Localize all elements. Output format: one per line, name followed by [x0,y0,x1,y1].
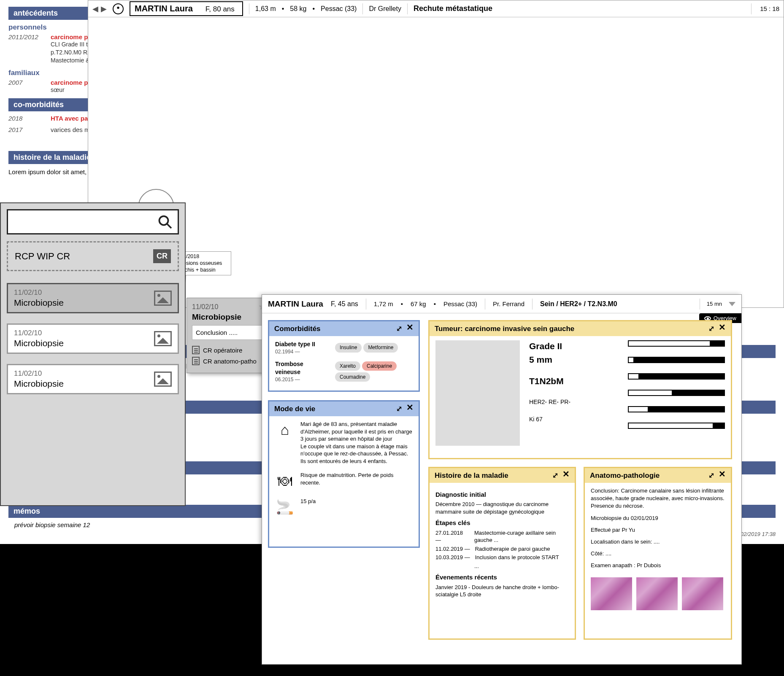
avatar-icon[interactable] [113,3,124,14]
ante-pers-date: 2011/2012 [8,33,43,65]
document-icon [192,346,200,354]
progress-bar [628,423,725,429]
expand-icon[interactable]: ⤢ [552,471,558,480]
tumor-ki67: Ki 67 [529,415,619,423]
tumor-bars [628,340,725,446]
rcp-draft-box[interactable]: RCP WIP CR CR [7,241,179,271]
med-pill: Calciparine [362,361,397,371]
topbar2-time: 15 mn [707,301,722,307]
patient-height: 1,63 m [255,5,276,13]
report-list-item[interactable]: 11/02/10Microbiopsie [7,323,179,354]
expand-icon[interactable]: ⤢ [396,404,402,413]
svg-point-0 [117,6,119,8]
eye-icon [704,316,711,320]
popup-conclusion: Conclusion ..... [192,325,265,340]
close-icon[interactable]: ✕ [406,324,414,333]
cr-badge: CR [153,249,171,263]
card-comorbidites: Comorbidités ⤢✕ Diabete type II 02.1994 … [268,320,420,392]
nav-forward-icon[interactable]: ▶ [101,4,107,13]
search-input[interactable] [7,209,179,234]
progress-bar [628,373,725,380]
report-list-item[interactable]: 11/02/10Microbiopsie [7,283,179,313]
path-l4: Côté: .... [591,550,725,557]
como1-date: 2018 [8,115,43,122]
close-icon[interactable]: ✕ [562,471,570,480]
close-icon[interactable]: ✕ [719,471,726,480]
tumor-image-placeholder [435,340,520,446]
annot2-text: Lésions osseuses rachis + bassin [180,260,222,273]
histology-thumbnail[interactable] [682,577,723,610]
patient-city: Pessac (33) [321,5,357,13]
nav-back-icon[interactable]: ◀ [92,4,98,13]
popup-date: 11/02/10 [192,303,265,311]
expand-icon[interactable]: ⤢ [708,471,714,480]
comor-r1-date: 02.1994 — [275,348,330,355]
close-icon[interactable]: ✕ [406,404,414,413]
patient2-status: Sein / HER2+ / T2.N3.M0 [540,300,617,308]
patient2-city: Pessac (33) [443,300,477,307]
rcp-label: RCP WIP CR [15,251,70,262]
hist-s1-h: Diagnostic initial [435,490,569,499]
card-title: Comorbidités [274,325,321,333]
path-l1: Microbiopsie du 02/01/2019 [591,514,725,522]
patient-weight: 58 kg [290,5,306,13]
history-step: 10.03.2019 —Inclusion dans le protocole … [435,554,569,561]
patient-sex-age: F, 80 ans [205,5,235,13]
tumor-size: 5 mm [529,354,619,366]
report-list-item[interactable]: 11/02/10Microbiopsie [7,364,179,394]
popup-r2-label: CR anatomo-patho [203,358,257,365]
comor-r1-title: Diabete type II [275,340,330,348]
hist-s2-h: Étapes clés [435,519,569,527]
patient-name: MARTIN Laura [135,4,193,13]
card-tumeur: Tumeur: carcinome invasive sein gauche ⤢… [428,320,732,459]
histology-thumbnail[interactable] [636,577,678,610]
history-step: ... [435,563,569,570]
med-pill: Coumadine [335,372,370,382]
card-histoire: Histoire de la maladie ⤢✕ Diagnostic ini… [428,467,576,640]
patient2-doctor: Pr. Ferrand [493,300,524,307]
tumor-tnm: T1N2bM [529,375,619,387]
nav-arrows: ◀ ▶ [92,4,107,13]
progress-bar [628,390,725,396]
svg-line-3 [167,224,172,229]
history-step: 11.02.2019 —Radiotherapie de paroi gauch… [435,545,569,553]
patient-status: Rechute métastatique [414,4,492,13]
patient-name-box: MARTIN Laura F, 80 ans [130,1,243,16]
tumor-her: HER2- RE- PR- [529,398,619,406]
histology-thumbnail[interactable] [591,577,632,610]
expand-icon[interactable]: ⤢ [396,324,402,333]
card-title: Anatomo-pathologie [590,471,660,480]
med-pill: Metformine [363,343,398,352]
hist-s1-t: Décembre 2010 — diagnostique du carcinom… [435,501,569,515]
path-conclusion: Conclusion: Carcinome canalaire sans lés… [591,487,725,510]
close-icon[interactable]: ✕ [719,324,726,333]
mode-nutrition-text: Risque de malnutrition. Perte de poids r… [300,471,413,491]
path-l2: Effectué par Pr Yu [591,526,725,534]
expand-icon[interactable]: ⤢ [708,324,714,333]
expand-down-icon[interactable] [729,302,735,306]
patient-doctor: Dr Grellety [369,5,401,13]
path-l5: Examen anapath : Pr Dubois [591,562,725,569]
comor-r2-title: Trombose veineuse [275,360,330,376]
progress-bar [628,340,725,347]
mode-smoking-text: 15 p/a [300,498,316,517]
patient2-weight: 67 kg [411,300,426,307]
como2-date: 2017 [8,126,43,133]
patient2-name: MARTIN Laura [268,299,323,309]
card-anatomo-pathologie: Anatomo-pathologie ⤢✕ Conclusion: Carcin… [584,467,732,640]
progress-bar [628,406,725,412]
popup-link-1[interactable]: CR opératoire [192,346,265,354]
search-icon [157,214,173,229]
popup-link-2[interactable]: CR anatomo-patho [192,357,265,365]
card-title: Histoire de la maladie [435,471,508,480]
mode-family-text: Mari âgé de 83 ans, présentant maladie d… [300,420,413,465]
patient2-sex-age: F, 45 ans [331,300,358,308]
popup-r1-label: CR opératoire [203,347,242,354]
path-l3: Localisation dans le sein: .... [591,538,725,546]
image-icon [154,331,172,346]
topbar2: MARTIN Laura F, 45 ans 1,72 m • 67 kg • … [262,295,741,313]
hist-s3-h: Évenements récents [435,573,569,582]
patient2-height: 1,72 m [374,300,393,307]
smoking-icon: 🚬 [275,498,295,517]
sidebar-reports: RCP WIP CR CR 11/02/10Microbiopsie11/02/… [0,202,186,506]
